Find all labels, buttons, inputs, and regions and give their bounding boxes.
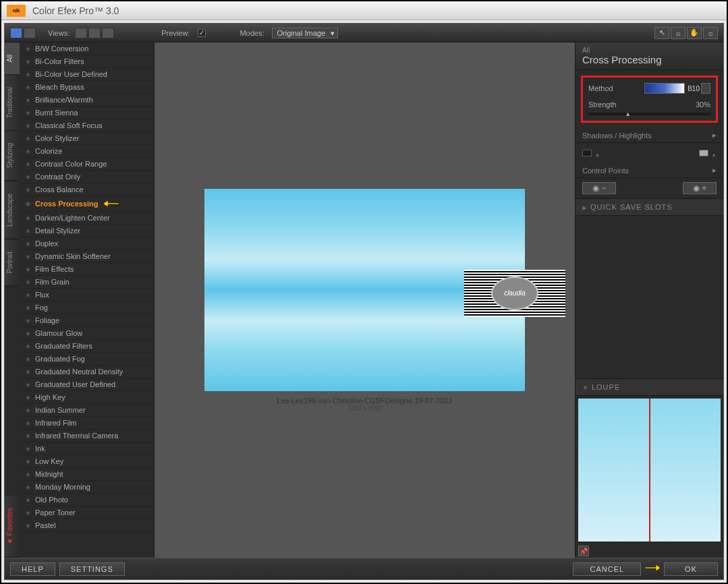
star-icon[interactable]: ★ [25, 330, 31, 337]
filter-item[interactable]: ★Infrared Thermal Camera [20, 430, 154, 442]
pointer-tool-icon[interactable]: ↖ [654, 27, 669, 39]
star-icon[interactable]: ★ [25, 407, 31, 414]
filter-item[interactable]: ★Ink [20, 442, 154, 455]
filter-item[interactable]: ★Old Photo [20, 494, 154, 506]
method-dropdown[interactable] [701, 83, 710, 94]
quick-save-header[interactable]: ▶QUICK SAVE SLOTS [576, 198, 723, 216]
loupe-header[interactable]: ▼LOUPE [576, 378, 723, 396]
filter-item[interactable]: ★B/W Conversion [20, 42, 154, 55]
shadows-highlights-header[interactable]: Shadows / Highlights▸ [576, 128, 723, 143]
star-icon[interactable]: ★ [25, 135, 31, 142]
filter-item[interactable]: ★Paper Toner [20, 506, 154, 519]
loupe-view[interactable] [578, 399, 721, 542]
star-icon[interactable]: ★ [25, 148, 31, 155]
tab-stylizing[interactable]: Stylizing [5, 131, 20, 181]
star-icon[interactable]: ★ [25, 266, 31, 273]
light-tool-icon[interactable]: ☼ [703, 27, 718, 39]
filter-item[interactable]: ★Film Effects [20, 263, 154, 276]
star-icon[interactable]: ★ [25, 343, 31, 350]
star-icon[interactable]: ★ [25, 458, 31, 465]
filter-item[interactable]: ★Foliage [20, 314, 154, 327]
star-icon[interactable]: ★ [25, 240, 31, 247]
filter-item[interactable]: ★Low Key [20, 455, 154, 468]
star-icon[interactable]: ★ [25, 279, 31, 286]
control-point-minus[interactable]: ◉ − [582, 182, 616, 194]
layout-3-icon[interactable] [102, 28, 114, 38]
control-point-plus[interactable]: ◉ + [683, 182, 717, 194]
star-icon[interactable]: ★ [25, 496, 31, 504]
star-icon[interactable]: ★ [25, 381, 31, 388]
view-split-icon[interactable] [24, 28, 36, 38]
help-button[interactable]: HELP [10, 562, 55, 576]
filter-item[interactable]: ★Bleach Bypass [20, 81, 154, 94]
filter-item[interactable]: ★Contrast Only [20, 171, 154, 183]
highlights-swatch[interactable] [699, 150, 708, 156]
filter-item[interactable]: ★Cross Balance [20, 183, 154, 196]
filter-item[interactable]: ★Graduated Fog [20, 353, 154, 366]
filter-item[interactable]: ★Bi-Color User Defined [20, 68, 154, 81]
filter-item[interactable]: ★Darken/Lighten Center [20, 212, 154, 225]
tab-favorites[interactable]: ★ Favorites [5, 496, 20, 558]
star-icon[interactable]: ★ [25, 173, 31, 181]
star-icon[interactable]: ★ [25, 368, 31, 376]
filter-item[interactable]: ★Burnt Sienna [20, 107, 154, 119]
star-icon[interactable]: ★ [25, 419, 31, 427]
filter-item[interactable]: ★Infrared Film [20, 417, 154, 430]
star-icon[interactable]: ★ [25, 84, 31, 91]
star-icon[interactable]: ★ [25, 522, 31, 529]
star-icon[interactable]: ★ [25, 109, 31, 117]
filter-item[interactable]: ★Fog [20, 301, 154, 314]
star-icon[interactable]: ★ [25, 445, 31, 452]
star-icon[interactable]: ★ [25, 58, 31, 65]
star-icon[interactable]: ★ [25, 291, 31, 299]
ok-button[interactable]: OK [664, 562, 718, 576]
star-icon[interactable]: ★ [25, 304, 31, 312]
star-icon[interactable]: ★ [25, 71, 31, 78]
star-icon[interactable]: ★ [25, 253, 31, 260]
tab-traditional[interactable]: Traditional [5, 75, 20, 131]
filter-item[interactable]: ★Cross Processing [20, 196, 154, 212]
zoom-tool-icon[interactable]: ⌕ [671, 27, 685, 39]
filter-item[interactable]: ★Duplex [20, 237, 154, 250]
filter-item[interactable]: ★Pastel [20, 519, 154, 532]
star-icon[interactable]: ★ [25, 317, 31, 324]
star-icon[interactable]: ★ [25, 227, 31, 235]
filter-item[interactable]: ★Classical Soft Focus [20, 119, 154, 132]
modes-dropdown[interactable]: Original Image [272, 28, 338, 38]
star-icon[interactable]: ★ [25, 432, 31, 440]
filter-item[interactable]: ★Dynamic Skin Softener [20, 250, 154, 263]
filter-item[interactable]: ★Bi-Color Filters [20, 55, 154, 68]
star-icon[interactable]: ★ [25, 96, 31, 104]
slider-thumb[interactable]: ▲ [625, 111, 632, 116]
star-icon[interactable]: ★ [25, 122, 31, 129]
filter-list[interactable]: ★B/W Conversion★Bi-Color Filters★Bi-Colo… [20, 42, 155, 558]
filter-item[interactable]: ★Detail Stylizer [20, 225, 154, 237]
control-points-header[interactable]: Control Points▸ [576, 163, 723, 178]
filter-item[interactable]: ★Contrast Color Range [20, 158, 154, 171]
filter-item[interactable]: ★Film Grain [20, 276, 154, 289]
star-icon[interactable]: ★ [25, 160, 31, 168]
star-icon[interactable]: ★ [25, 186, 31, 194]
pan-tool-icon[interactable]: ✋ [687, 27, 702, 39]
strength-slider[interactable]: ▲ [588, 113, 710, 115]
star-icon[interactable]: ★ [25, 200, 31, 208]
preview-image[interactable]: claudia [204, 189, 525, 391]
cancel-button[interactable]: CANCEL [573, 562, 641, 576]
filter-item[interactable]: ★Graduated User Defined [20, 378, 154, 391]
star-icon[interactable]: ★ [25, 45, 31, 53]
filter-item[interactable]: ★Brilliance/Warmth [20, 94, 154, 107]
layout-2-icon[interactable] [88, 28, 101, 38]
preview-checkbox[interactable]: ✓ [198, 29, 206, 37]
loupe-pin-icon[interactable]: 📌 [578, 546, 589, 556]
star-icon[interactable]: ★ [25, 509, 31, 517]
filter-item[interactable]: ★Monday Morning [20, 481, 154, 494]
shadows-swatch[interactable] [582, 150, 592, 156]
view-single-icon[interactable] [10, 28, 22, 38]
star-icon[interactable]: ★ [25, 355, 31, 363]
tab-portrait[interactable]: Portrait [5, 239, 20, 286]
filter-item[interactable]: ★Graduated Neutral Density [20, 366, 154, 378]
filter-item[interactable]: ★Glamour Glow [20, 327, 154, 340]
filter-item[interactable]: ★Color Stylizer [20, 132, 154, 145]
filter-item[interactable]: ★Flux [20, 289, 154, 301]
filter-item[interactable]: ★Colorize [20, 145, 154, 158]
